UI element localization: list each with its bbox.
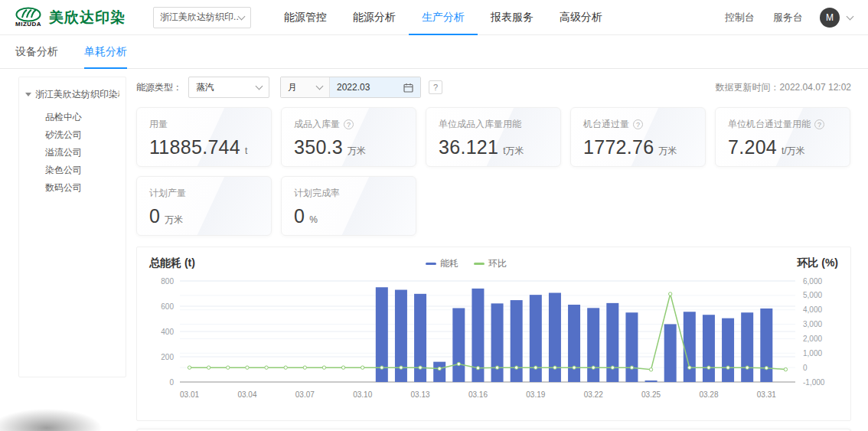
help-circle-icon[interactable]: ? [814, 119, 824, 129]
tab-device-analysis[interactable]: 设备分析 [15, 35, 58, 69]
kpi-row-1: 用量 11885.744 t 成品入库量? 350.3 万米 单位成品入库量用能… [136, 107, 851, 167]
nav-item-advanced-analysis[interactable]: 高级分析 [547, 0, 615, 35]
tab-unit-consumption-analysis[interactable]: 单耗分析 [84, 35, 127, 69]
kpi-row-2: 计划产量 0 万米 计划完成率 0 % [136, 176, 851, 236]
chart-title: 总能耗 (t) [149, 256, 195, 270]
svg-text:800: 800 [161, 277, 174, 286]
svg-text:2,000: 2,000 [803, 335, 822, 343]
kpi-unit: t/万米 [782, 145, 805, 158]
main-nav: 能源管控 能源分析 生产分析 报表服务 高级分析 [271, 0, 615, 35]
help-circle-icon[interactable]: ? [344, 119, 354, 129]
svg-text:03.04: 03.04 [237, 390, 256, 399]
top-header: MIZUDA 美欣达印染 浙江美欣达纺织印... 能源管控 能源分析 生产分析 … [0, 0, 868, 35]
legend-item-energy[interactable]: 能耗 [426, 257, 458, 270]
kpi-unit: % [309, 214, 318, 225]
main-panel: 能源类型： 蒸汽 月 2022.03 [136, 77, 851, 431]
legend-label: 能耗 [440, 257, 458, 270]
kpi-value: 1772.76 [583, 136, 654, 158]
legend-label: 环比 [488, 257, 507, 270]
kpi-label: 成品入库量 [294, 118, 340, 131]
period-date-field[interactable]: 2022.03 [330, 77, 420, 97]
tree-item-pinjian[interactable]: 品检中心 [45, 109, 119, 126]
help-button[interactable]: ? [429, 80, 442, 94]
svg-text:03.28: 03.28 [699, 390, 718, 399]
avatar-chevron-down-icon[interactable] [847, 12, 854, 20]
legend-item-ratio[interactable]: 环比 [474, 257, 507, 270]
kpi-unit: t [245, 145, 247, 156]
kpi-card-unit-throughput-energy: 单位机台通过量用能? 7.204 t/万米 [715, 107, 850, 167]
chart-legend: 能耗 环比 [426, 257, 507, 270]
energy-chart-svg[interactable]: 0200400600800-1,00001,0002,0003,0004,000… [149, 276, 840, 413]
tree-root-node[interactable]: 浙江美欣达纺织印染科技印... [25, 88, 119, 101]
energy-type-select[interactable]: 蒸汽 [188, 77, 269, 98]
period-picker: 月 2022.03 [280, 77, 421, 98]
help-circle-icon[interactable]: ? [633, 119, 643, 129]
energy-type-label: 能源类型： [136, 81, 182, 94]
brand-name: 美欣达印染 [49, 8, 126, 28]
svg-text:600: 600 [161, 302, 174, 311]
svg-text:03.10: 03.10 [353, 390, 372, 399]
nav-item-report-service[interactable]: 报表服务 [478, 0, 547, 35]
tree-root-label: 浙江美欣达纺织印染科技印... [35, 88, 119, 101]
kpi-value: 11885.744 [149, 136, 240, 158]
svg-text:1,000: 1,000 [803, 349, 822, 358]
chevron-down-icon [316, 83, 324, 90]
kpi-label: 计划产量 [149, 187, 186, 200]
service-desk-link[interactable]: 服务台 [773, 11, 803, 24]
nav-item-production-analysis[interactable]: 生产分析 [409, 0, 478, 35]
nav-item-energy-analysis[interactable]: 能源分析 [340, 0, 409, 35]
svg-text:0: 0 [803, 364, 808, 372]
svg-text:6,000: 6,000 [803, 277, 822, 286]
kpi-label: 计划完成率 [294, 187, 340, 200]
svg-text:03.31: 03.31 [757, 390, 776, 399]
tree-children: 品检中心 砂洗公司 溢流公司 染色公司 数码公司 [25, 109, 119, 197]
company-logo: MIZUDA [15, 7, 41, 28]
svg-text:03.16: 03.16 [468, 390, 488, 399]
analysis-tabbar: 设备分析 单耗分析 [0, 35, 868, 69]
total-energy-chart-card: 总能耗 (t) 能耗 环比 环比 (%) 0200400600800-1,000… [136, 247, 851, 421]
kpi-card-usage: 用量 11885.744 t [136, 107, 272, 167]
kpi-value: 350.3 [294, 136, 343, 158]
energy-type-value: 蒸汽 [196, 81, 256, 94]
svg-text:03.07: 03.07 [295, 390, 315, 399]
svg-text:0: 0 [169, 378, 174, 387]
nav-item-energy-control[interactable]: 能源管控 [271, 0, 340, 35]
org-selector-value: 浙江美欣达纺织印... [160, 11, 239, 24]
svg-text:03.25: 03.25 [641, 390, 661, 399]
kpi-unit: 万米 [348, 145, 366, 158]
svg-text:03.19: 03.19 [526, 390, 545, 399]
chart-right-axis-title: 环比 (%) [797, 256, 838, 270]
chevron-down-icon [238, 12, 246, 20]
kpi-value: 0 [294, 205, 305, 227]
tree-item-shuma[interactable]: 数码公司 [45, 179, 119, 197]
kpi-label: 单位成品入库量用能 [439, 118, 521, 131]
kpi-value: 36.121 [439, 136, 498, 158]
svg-text:400: 400 [161, 328, 174, 336]
tree-item-yiliu[interactable]: 溢流公司 [45, 144, 119, 162]
calendar-icon [403, 83, 413, 93]
tree-item-ranse[interactable]: 染色公司 [45, 162, 119, 179]
svg-text:03.13: 03.13 [411, 390, 430, 399]
kpi-card-plan-completion: 计划完成率 0 % [281, 176, 416, 236]
kpi-label: 单位机台通过量用能 [728, 118, 811, 131]
kpi-card-unit-inbound-energy: 单位成品入库量用能 36.121 t万米 [426, 107, 561, 167]
mizuda-logo-icon [15, 7, 41, 22]
console-link[interactable]: 控制台 [725, 11, 755, 24]
period-date-value: 2022.03 [337, 82, 403, 93]
avatar[interactable]: M [820, 8, 840, 28]
kpi-value: 7.204 [728, 136, 777, 158]
header-right: 控制台 服务台 M [706, 8, 853, 28]
kpi-label: 机台通过量 [583, 118, 629, 131]
content-area: 浙江美欣达纺织印染科技印... 品检中心 砂洗公司 溢流公司 染色公司 数码公司… [0, 69, 868, 431]
tree-item-shaxi[interactable]: 砂洗公司 [45, 126, 119, 144]
update-time-label: 数据更新时间： [716, 82, 780, 93]
caret-down-icon [25, 93, 31, 96]
update-time-value: 2022.04.07 12:02 [780, 82, 851, 93]
period-granularity-select[interactable]: 月 [281, 77, 330, 97]
org-selector[interactable]: 浙江美欣达纺织印... [153, 7, 251, 28]
corner-shadow [0, 408, 104, 431]
kpi-card-machine-throughput: 机台通过量? 1772.76 万米 [570, 107, 706, 167]
svg-text:03.01: 03.01 [180, 390, 199, 399]
svg-text:3,000: 3,000 [803, 320, 822, 328]
legend-dash-icon [426, 263, 436, 265]
